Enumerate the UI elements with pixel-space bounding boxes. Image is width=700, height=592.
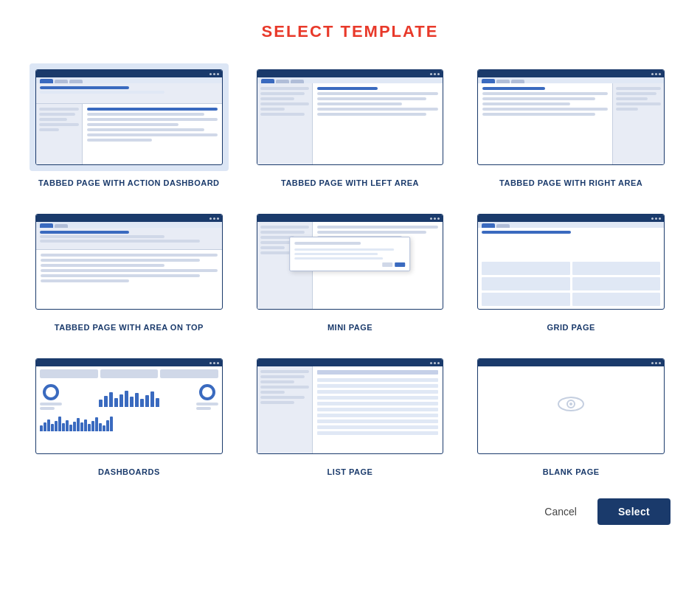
- template-thumb-wrapper-5: [251, 208, 450, 316]
- template-label-9: BLANK PAGE: [543, 467, 600, 476]
- template-thumb-wrapper-7: [30, 352, 229, 460]
- template-item-tabbed-area-top[interactable]: TABBED PAGE WITH AREA ON TOP: [30, 208, 229, 332]
- footer: Cancel Select: [30, 498, 670, 525]
- template-thumb-2: [257, 69, 444, 165]
- template-label-6: GRID PAGE: [547, 323, 595, 332]
- template-item-dashboards[interactable]: DASHBOARDS: [30, 352, 229, 476]
- blank-page-icon: [558, 395, 584, 417]
- thumb-topbar-4: [36, 215, 222, 222]
- template-item-blank-page[interactable]: BLANK PAGE: [471, 352, 670, 476]
- template-label-5: MINI PAGE: [328, 323, 372, 332]
- template-item-tabbed-action-dashboard[interactable]: TABBED PAGE WITH ACTION DASHBOARD: [30, 63, 229, 187]
- template-thumb-wrapper-1: [30, 63, 229, 171]
- template-thumb-4: [35, 214, 223, 310]
- template-label-8: LIST PAGE: [328, 467, 373, 476]
- template-thumb-7: [35, 358, 223, 454]
- thumb-topbar-7: [36, 359, 222, 366]
- template-item-tabbed-left-area[interactable]: TABBED PAGE WITH LEFT AREA: [251, 63, 450, 187]
- page-title: SELECT TEMPLATE: [262, 22, 439, 41]
- thumb-topbar-8: [257, 359, 443, 366]
- template-thumb-9: [477, 358, 665, 454]
- select-button[interactable]: Select: [597, 498, 670, 525]
- template-thumb-wrapper-6: [471, 208, 670, 316]
- template-thumb-1: [35, 69, 223, 165]
- template-thumb-5: [257, 214, 444, 310]
- template-thumb-3: [477, 69, 665, 165]
- template-item-mini-page[interactable]: MINI PAGE: [251, 208, 450, 332]
- template-thumb-wrapper-3: [471, 63, 670, 171]
- templates-grid: TABBED PAGE WITH ACTION DASHBOARD: [30, 63, 670, 476]
- template-label-1: TABBED PAGE WITH ACTION DASHBOARD: [38, 178, 219, 187]
- template-item-tabbed-right-area[interactable]: TABBED PAGE WITH RIGHT AREA: [471, 63, 670, 187]
- cancel-button[interactable]: Cancel: [533, 500, 589, 523]
- thumb-topbar-9: [478, 359, 664, 366]
- template-thumb-8: [257, 358, 444, 454]
- template-thumb-wrapper-4: [30, 208, 229, 316]
- thumb-topbar-5: [257, 215, 443, 222]
- template-label-2: TABBED PAGE WITH LEFT AREA: [281, 178, 419, 187]
- template-label-3: TABBED PAGE WITH RIGHT AREA: [499, 178, 642, 187]
- template-thumb-6: [477, 214, 665, 310]
- thumb-topbar-2: [257, 70, 443, 77]
- thumb-topbar-1: [36, 70, 222, 77]
- template-thumb-wrapper-2: [251, 63, 450, 171]
- thumb-dialog: [290, 237, 411, 271]
- thumb-topbar-6: [478, 215, 664, 222]
- template-item-list-page[interactable]: LIST PAGE: [251, 352, 450, 476]
- template-thumb-wrapper-9: [471, 352, 670, 460]
- template-item-grid-page[interactable]: GRID PAGE: [471, 208, 670, 332]
- template-label-7: DASHBOARDS: [98, 467, 160, 476]
- thumb-topbar-3: [478, 70, 664, 77]
- template-thumb-wrapper-8: [251, 352, 450, 460]
- template-label-4: TABBED PAGE WITH AREA ON TOP: [55, 323, 204, 332]
- svg-point-2: [569, 403, 572, 405]
